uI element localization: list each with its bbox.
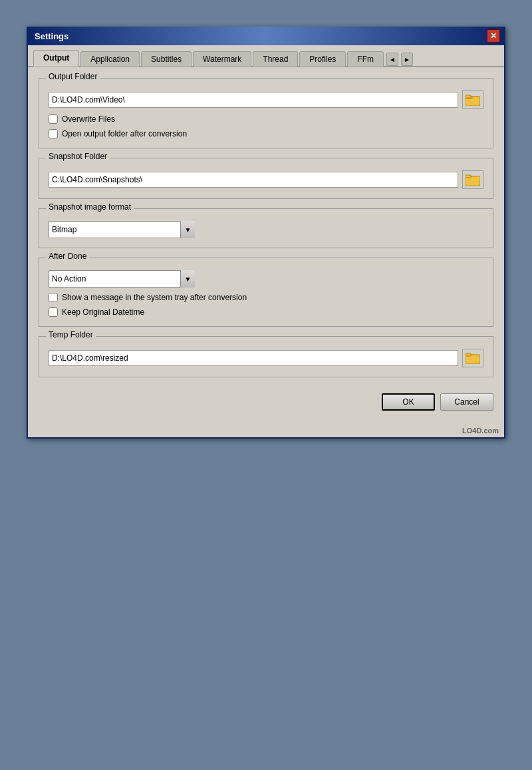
snapshot-format-row: Bitmap JPEG PNG GIF ▼ (49, 221, 483, 238)
after-done-group: After Done No Action Shutdown Hibernate … (39, 258, 493, 327)
after-done-label: After Done (46, 252, 89, 261)
tab-profiles[interactable]: Profiles (299, 51, 346, 67)
ok-button[interactable]: OK (382, 393, 435, 411)
after-done-row: No Action Shutdown Hibernate Sleep Exit … (49, 270, 483, 288)
snapshot-folder-row (49, 170, 483, 189)
snapshot-folder-input[interactable] (49, 172, 458, 188)
snapshot-format-select[interactable]: Bitmap JPEG PNG GIF (49, 221, 195, 238)
open-output-folder-checkbox[interactable] (49, 129, 58, 138)
output-folder-browse-button[interactable] (462, 91, 483, 109)
tab-thread[interactable]: Thread (253, 51, 298, 67)
temp-folder-label: Temp Folder (46, 330, 96, 339)
tab-output[interactable]: Output (33, 50, 79, 67)
snapshot-folder-label: Snapshot Folder (46, 152, 110, 161)
overwrite-files-label: Overwrite Files (62, 114, 115, 124)
output-folder-input[interactable] (49, 92, 458, 108)
content-area: Output Folder Overwrite Files (28, 67, 504, 424)
tray-message-checkbox[interactable] (49, 293, 58, 302)
folder-icon (466, 94, 480, 106)
tab-application[interactable]: Application (80, 51, 140, 67)
settings-window: Settings ✕ Output Application Subtitles … (27, 27, 505, 439)
output-folder-row (49, 91, 483, 109)
folder-icon (466, 174, 480, 186)
cancel-button[interactable]: Cancel (440, 393, 493, 411)
output-folder-label: Output Folder (46, 72, 100, 81)
dialog-button-row: OK Cancel (39, 387, 493, 413)
open-output-folder-label: Open output folder after conversion (62, 129, 187, 138)
watermark-logo: LO4D.com (462, 427, 499, 435)
temp-folder-browse-button[interactable] (462, 349, 483, 367)
output-folder-group: Output Folder Overwrite Files (39, 78, 493, 148)
keep-datetime-row: Keep Original Datetime (49, 307, 483, 317)
title-bar: Settings ✕ (28, 27, 504, 45)
snapshot-format-group: Snapshot image format Bitmap JPEG PNG GI… (39, 208, 493, 248)
open-output-folder-row: Open output folder after conversion (49, 129, 483, 138)
svg-rect-2 (466, 95, 471, 98)
folder-icon (466, 352, 480, 364)
snapshot-folder-group: Snapshot Folder (39, 158, 493, 199)
overwrite-files-row: Overwrite Files (49, 114, 483, 124)
tab-prev-button[interactable]: ◄ (386, 53, 398, 66)
temp-folder-input[interactable] (49, 350, 458, 366)
svg-rect-6 (466, 353, 471, 356)
snapshot-format-select-wrapper: Bitmap JPEG PNG GIF ▼ (49, 221, 195, 238)
temp-folder-group: Temp Folder (39, 336, 493, 377)
tab-bar: Output Application Subtitles Watermark T… (28, 45, 504, 67)
tab-next-button[interactable]: ► (401, 53, 413, 66)
tab-subtitles[interactable]: Subtitles (141, 51, 192, 67)
overwrite-files-checkbox[interactable] (49, 114, 58, 124)
tab-watermark[interactable]: Watermark (193, 51, 251, 67)
tray-message-label: Show a message in the system tray after … (62, 293, 247, 302)
close-button[interactable]: ✕ (487, 29, 500, 43)
snapshot-format-label: Snapshot image format (46, 202, 134, 212)
tray-message-row: Show a message in the system tray after … (49, 293, 483, 302)
keep-datetime-label: Keep Original Datetime (62, 307, 144, 317)
svg-rect-4 (466, 175, 471, 178)
keep-datetime-checkbox[interactable] (49, 307, 58, 317)
tab-ffm[interactable]: FFm (347, 51, 384, 67)
temp-folder-row (49, 349, 483, 367)
window-title: Settings (32, 31, 68, 41)
after-done-select-wrapper: No Action Shutdown Hibernate Sleep Exit … (49, 270, 195, 288)
after-done-select[interactable]: No Action Shutdown Hibernate Sleep Exit (49, 270, 195, 288)
snapshot-folder-browse-button[interactable] (462, 170, 483, 189)
